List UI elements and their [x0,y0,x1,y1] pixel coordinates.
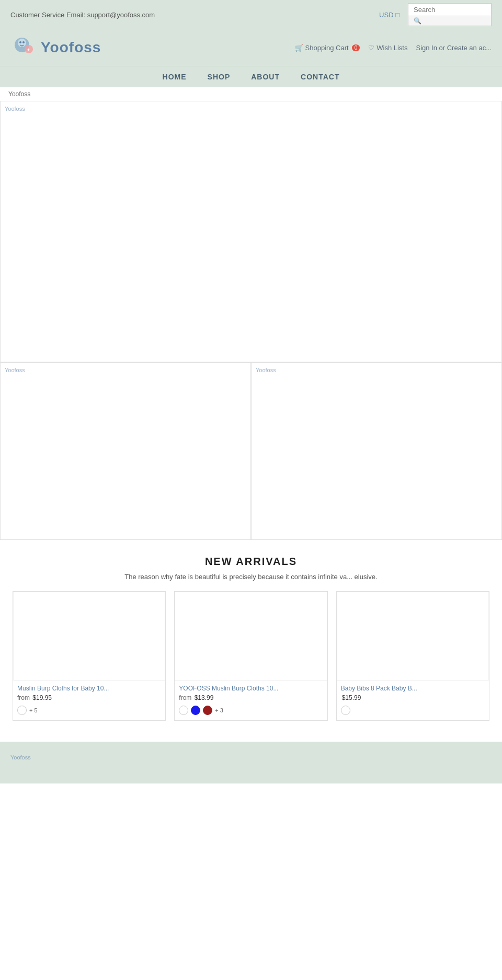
search-icon-row: 🔍 [408,16,492,26]
new-arrivals-title: NEW ARRIVALS [8,556,494,568]
products-grid: Muslin Burp Cloths for Baby 10... from $… [8,591,494,721]
color-more-1: + 3 [215,707,223,713]
footer-top: Yoofoss [0,742,502,783]
top-bar: Customer Service Email: support@yoofoss.… [0,0,502,29]
hero-watermark: Yoofoss [5,106,25,112]
cart-badge: 0 [352,44,360,51]
svg-point-3 [22,41,25,43]
product-image-2 [337,592,489,681]
search-icon: 🔍 [414,17,421,25]
logo[interactable]: ✦ Yoofoss [10,34,101,61]
product-card-0[interactable]: Muslin Burp Cloths for Baby 10... from $… [13,591,166,721]
currency-selector[interactable]: USD □ [379,11,400,19]
banner-left-watermark: Yoofoss [5,367,25,373]
product-image-1 [175,592,327,681]
main-nav: HOME SHOP ABOUT CONTACT [0,66,502,87]
heart-icon: ♡ [368,44,374,52]
svg-text:✦: ✦ [27,48,30,52]
search-box[interactable]: 🔍 [408,3,492,26]
footer-watermark: Yoofoss [10,754,31,760]
wishlist-link[interactable]: ♡ Wish Lists [368,44,407,52]
product-colors-2 [337,706,489,715]
product-price-1: from $13.99 [175,694,327,701]
color-swatch-blue[interactable] [191,706,200,715]
banner-right-watermark: Yoofoss [256,367,276,373]
product-title-1[interactable]: YOOFOSS Muslin Burp Cloths 10... [175,685,327,692]
color-more-0: + 5 [29,707,38,713]
cart-link[interactable]: 🛒 Shopping Cart 0 [295,44,360,52]
product-price-2: $15.99 [337,694,489,701]
hero-banner: Yoofoss [0,101,502,362]
banner-right: Yoofoss [251,362,502,540]
svg-point-2 [19,41,21,43]
two-col-banners: Yoofoss Yoofoss [0,362,502,540]
search-input[interactable] [408,3,492,16]
product-colors-0: + 5 [13,706,165,715]
product-colors-1: + 3 [175,706,327,715]
customer-service-text: Customer Service Email: support@yoofoss.… [10,11,155,19]
logo-icon: ✦ [10,34,37,61]
breadcrumb: Yoofoss [0,87,502,101]
new-arrivals-section: NEW ARRIVALS The reason why fate is beau… [0,540,502,731]
nav-about[interactable]: ABOUT [251,73,280,81]
header: ✦ Yoofoss 🛒 Shopping Cart 0 ♡ Wish Lists… [0,29,502,66]
color-swatch-2[interactable] [341,706,350,715]
product-image-0 [13,592,165,681]
nav-contact[interactable]: CONTACT [301,73,339,81]
new-arrivals-subtitle: The reason why fate is beautiful is prec… [120,573,382,581]
logo-text: Yoofoss [41,39,101,56]
signin-link[interactable]: Sign In or Create an ac... [416,44,492,52]
product-title-2[interactable]: Baby Bibs 8 Pack Baby B... [337,685,489,692]
product-title-0[interactable]: Muslin Burp Cloths for Baby 10... [13,685,165,692]
nav-home[interactable]: HOME [163,73,187,81]
color-swatch[interactable] [17,706,27,715]
product-card-2[interactable]: Baby Bibs 8 Pack Baby B... $15.99 [336,591,489,721]
product-card-1[interactable]: YOOFOSS Muslin Burp Cloths 10... from $1… [174,591,327,721]
cart-icon: 🛒 [295,44,303,52]
product-price-0: from $19.95 [13,694,165,701]
banner-left: Yoofoss [0,362,251,540]
header-actions: 🛒 Shopping Cart 0 ♡ Wish Lists Sign In o… [295,44,492,52]
color-swatch-white[interactable] [179,706,188,715]
color-swatch-red[interactable] [203,706,212,715]
nav-shop[interactable]: SHOP [208,73,231,81]
